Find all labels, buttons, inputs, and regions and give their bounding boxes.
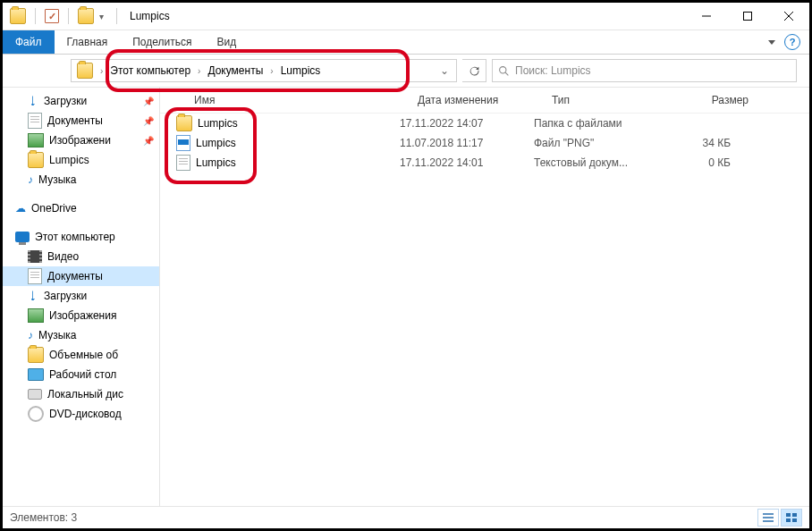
download-icon: ⭣ bbox=[28, 290, 38, 302]
music-icon: ♪ bbox=[28, 173, 33, 186]
help-icon[interactable]: ? bbox=[784, 34, 800, 50]
sidebar-item-downloads[interactable]: ⭣Загрузки📌 bbox=[3, 91, 159, 111]
music-icon: ♪ bbox=[28, 329, 33, 341]
svg-rect-9 bbox=[792, 518, 797, 522]
ribbon: Файл Главная Поделиться Вид ? bbox=[3, 30, 809, 55]
file-list-pane: Имя Дата изменения Тип Размер Lumpics 17… bbox=[160, 88, 809, 510]
svg-line-5 bbox=[505, 72, 508, 75]
address-dropdown-icon[interactable]: ⌄ bbox=[433, 64, 456, 77]
sidebar-item-documents-pc[interactable]: Документы bbox=[3, 266, 159, 286]
breadcrumb-segment[interactable]: Документы bbox=[202, 64, 268, 77]
dvd-icon bbox=[28, 406, 44, 422]
status-text: Элементов: 3 bbox=[10, 511, 77, 524]
svg-point-4 bbox=[500, 66, 506, 72]
navigation-pane: ⭣Загрузки📌 Документы📌 Изображени📌 Lumpic… bbox=[3, 88, 160, 510]
sidebar-item-dvd[interactable]: DVD-дисковод bbox=[3, 404, 159, 424]
column-name[interactable]: Имя bbox=[160, 94, 418, 106]
column-headers: Имя Дата изменения Тип Размер bbox=[160, 88, 809, 114]
svg-rect-6 bbox=[786, 513, 791, 517]
pin-icon: 📌 bbox=[143, 116, 154, 126]
status-bar: Элементов: 3 bbox=[3, 506, 809, 528]
sidebar-item-lumpics[interactable]: Lumpics bbox=[3, 150, 159, 170]
png-icon bbox=[176, 135, 190, 151]
qat-newfolder-icon[interactable] bbox=[78, 8, 94, 24]
refresh-button[interactable] bbox=[462, 59, 486, 82]
qat-separator bbox=[68, 8, 69, 24]
folder-icon bbox=[28, 152, 44, 168]
disk-icon bbox=[28, 389, 42, 400]
nav-row: ← → ↑ › Этот компьютер › Документы › Lum… bbox=[3, 55, 809, 88]
sidebar-item-videos[interactable]: Видео bbox=[3, 247, 159, 266]
folder-icon bbox=[176, 115, 192, 131]
ribbon-collapse-icon[interactable] bbox=[768, 40, 775, 45]
file-row[interactable]: Lumpics 17.11.2022 14:07 Папка с файлами bbox=[160, 114, 809, 133]
search-box[interactable]: Поиск: Lumpics bbox=[492, 59, 797, 82]
sidebar-item-music[interactable]: ♪Музыка bbox=[3, 170, 159, 190]
breadcrumb-segment[interactable]: Lumpics bbox=[275, 64, 326, 77]
file-row[interactable]: Lumpics 11.07.2018 11:17 Файл "PNG" 34 К… bbox=[160, 133, 809, 153]
folder-icon bbox=[28, 347, 44, 363]
breadcrumb-folder-icon bbox=[77, 63, 93, 79]
column-date[interactable]: Дата изменения bbox=[418, 94, 552, 106]
tab-share[interactable]: Поделиться bbox=[120, 30, 204, 54]
pictures-icon bbox=[28, 133, 44, 148]
file-tab[interactable]: Файл bbox=[3, 30, 55, 54]
qat-separator bbox=[116, 8, 117, 24]
document-icon bbox=[28, 268, 42, 284]
pc-icon bbox=[15, 232, 30, 242]
file-row[interactable]: Lumpics 17.11.2022 14:01 Текстовый докум… bbox=[160, 153, 809, 173]
search-icon bbox=[498, 65, 510, 77]
close-button[interactable] bbox=[768, 3, 809, 30]
qat-dropdown-icon[interactable]: ▾ bbox=[97, 12, 107, 21]
sidebar-item-pictures-pc[interactable]: Изображения bbox=[3, 306, 159, 325]
download-icon: ⭣ bbox=[28, 95, 38, 107]
qat-separator bbox=[35, 8, 36, 24]
pin-icon: 📌 bbox=[143, 136, 154, 146]
title-bar: ✓ ▾ Lumpics bbox=[3, 3, 809, 30]
cloud-icon: ☁ bbox=[15, 202, 26, 215]
sidebar-group-onedrive[interactable]: ☁OneDrive bbox=[3, 198, 159, 218]
qat-properties-icon[interactable]: ✓ bbox=[45, 9, 59, 23]
document-icon bbox=[28, 113, 42, 129]
search-placeholder: Поиск: Lumpics bbox=[515, 64, 591, 77]
video-icon bbox=[28, 250, 42, 263]
breadcrumb-segment[interactable]: Этот компьютер bbox=[105, 64, 196, 77]
column-size[interactable]: Размер bbox=[677, 94, 766, 106]
sidebar-item-desktop[interactable]: Рабочий стол bbox=[3, 365, 159, 384]
view-details-button[interactable] bbox=[757, 509, 779, 527]
address-bar[interactable]: › Этот компьютер › Документы › Lumpics ⌄ bbox=[71, 59, 457, 82]
sidebar-item-3dobjects[interactable]: Объемные об bbox=[3, 345, 159, 365]
sidebar-group-thispc[interactable]: Этот компьютер bbox=[3, 227, 159, 247]
sidebar-item-pictures[interactable]: Изображени📌 bbox=[3, 131, 159, 150]
window-title: Lumpics bbox=[130, 10, 170, 22]
svg-rect-8 bbox=[786, 518, 791, 522]
pin-icon: 📌 bbox=[143, 97, 154, 106]
column-type[interactable]: Тип bbox=[552, 94, 677, 106]
minimize-button[interactable] bbox=[686, 3, 727, 30]
tab-home[interactable]: Главная bbox=[55, 30, 121, 54]
text-file-icon bbox=[176, 155, 190, 171]
maximize-button[interactable] bbox=[727, 3, 768, 30]
sidebar-item-music-pc[interactable]: ♪Музыка bbox=[3, 325, 159, 345]
chevron-right-icon[interactable]: › bbox=[98, 66, 105, 76]
tab-view[interactable]: Вид bbox=[204, 30, 249, 54]
chevron-right-icon[interactable]: › bbox=[196, 66, 202, 76]
sidebar-item-localdisk[interactable]: Локальный дис bbox=[3, 384, 159, 404]
svg-rect-7 bbox=[792, 513, 797, 517]
svg-rect-1 bbox=[744, 13, 752, 21]
sidebar-item-documents[interactable]: Документы📌 bbox=[3, 111, 159, 131]
pictures-icon bbox=[28, 308, 44, 323]
app-folder-icon bbox=[10, 8, 26, 24]
view-icons-button[interactable] bbox=[781, 509, 802, 527]
desktop-icon bbox=[28, 368, 44, 381]
chevron-right-icon[interactable]: › bbox=[268, 66, 275, 76]
sidebar-item-downloads-pc[interactable]: ⭣Загрузки bbox=[3, 286, 159, 306]
